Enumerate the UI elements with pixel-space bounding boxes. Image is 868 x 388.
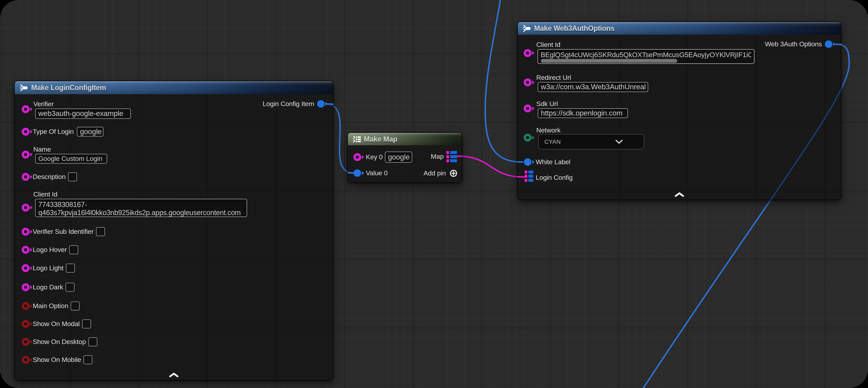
pin-show-on-modal[interactable] xyxy=(22,320,30,328)
pin-label-show-on-desktop: Show On Desktop xyxy=(33,338,86,346)
node-make-web3authoptions[interactable]: Make Web3AuthOptions Web 3Auth Options C… xyxy=(518,22,841,200)
description-checkbox[interactable] xyxy=(68,172,77,181)
pin-logo-hover[interactable] xyxy=(22,246,30,254)
node-header-make-loginconfigitem[interactable]: Make LoginConfigItem xyxy=(15,81,333,94)
client-id-field-scrollbar[interactable] xyxy=(541,59,677,63)
pin-verifier-sub-identifier[interactable] xyxy=(22,228,30,236)
pin-type-of-login[interactable] xyxy=(22,128,30,136)
pin-label-white-label: White Label xyxy=(536,158,570,166)
verifier-sub-identifier-checkbox[interactable] xyxy=(96,227,105,236)
pin-label-verifier-sub-identifier: Verifier Sub Identifier xyxy=(33,228,94,235)
pin-show-on-desktop[interactable] xyxy=(22,338,30,346)
pin-label-logo-light: Logo Light xyxy=(33,265,63,272)
pin-name[interactable] xyxy=(22,151,30,158)
map-pin-icon[interactable] xyxy=(446,151,457,162)
pin-client-id[interactable] xyxy=(22,204,30,212)
pin-client-id[interactable] xyxy=(524,49,532,57)
pin-key-0[interactable] xyxy=(353,153,361,161)
pin-sdk-url[interactable] xyxy=(524,105,532,112)
pin-network[interactable] xyxy=(524,134,532,142)
logo-hover-checkbox[interactable] xyxy=(69,245,78,254)
pin-label-description: Description xyxy=(33,173,66,180)
main-option-checkbox[interactable] xyxy=(70,301,80,310)
pin-label-client-id: Client Id xyxy=(33,191,247,198)
key-0-field[interactable]: google xyxy=(385,152,412,163)
logo-dark-checkbox[interactable] xyxy=(65,283,74,292)
wire-map-to-loginconfig[interactable] xyxy=(458,156,524,177)
pin-label-value-0: Value 0 xyxy=(366,170,388,177)
pin-label-verifier: Verifier xyxy=(33,100,131,108)
pin-label-show-on-modal: Show On Modal xyxy=(33,320,80,327)
verifier-field[interactable]: web3auth-google-example xyxy=(35,109,131,119)
node-title: Make Map xyxy=(364,135,397,143)
client-id-field[interactable]: BEglQSgt4cUWcj6SKRdu5QkOXTsePmMcusG5EAoy… xyxy=(537,49,754,64)
make-struct-icon xyxy=(20,84,28,92)
output-pin-login-config-item[interactable] xyxy=(317,100,324,108)
pin-label-name: Name xyxy=(33,146,107,153)
pin-label-sdk-url: Sdk Url xyxy=(536,100,628,108)
add-pin-icon[interactable] xyxy=(450,170,457,177)
network-dropdown[interactable]: CYAN xyxy=(538,134,644,149)
blueprint-graph-canvas[interactable]: Make LoginConfigItem Login Config Item V… xyxy=(0,0,868,388)
output-label-web3auth-options: Web 3Auth Options xyxy=(765,40,822,48)
pin-main-option[interactable] xyxy=(22,302,30,310)
pin-value-0[interactable] xyxy=(353,169,361,177)
pin-label-client-id: Client Id xyxy=(536,41,754,48)
pin-white-label[interactable] xyxy=(524,158,531,166)
node-header-make-web3authoptions[interactable]: Make Web3AuthOptions xyxy=(518,22,841,35)
node-make-map[interactable]: Make Map Key 0 google Map Value 0 xyxy=(348,133,462,182)
redirect-url-field[interactable]: w3a://com.w3a.Web3AuthUnreal xyxy=(538,82,648,92)
make-struct-icon xyxy=(523,25,531,32)
show-on-mobile-checkbox[interactable] xyxy=(83,355,92,364)
client-id-field[interactable]: 774338308167- q463s7kpvja16l4l0kko3nb925… xyxy=(35,199,247,217)
pin-verifier[interactable] xyxy=(22,105,30,113)
pin-show-on-mobile[interactable] xyxy=(22,356,30,364)
pin-label-show-on-mobile: Show On Mobile xyxy=(33,356,81,363)
node-make-loginconfigitem[interactable]: Make LoginConfigItem Login Config Item V… xyxy=(15,81,333,380)
pin-label-main-option: Main Option xyxy=(33,302,68,309)
node-title: Make LoginConfigItem xyxy=(31,84,106,92)
pin-label-logo-dark: Logo Dark xyxy=(33,284,63,291)
dropdown-chevron-icon xyxy=(615,139,623,144)
name-field[interactable]: Google Custom Login xyxy=(35,154,107,163)
show-on-desktop-checkbox[interactable] xyxy=(88,337,97,347)
node-title: Make Web3AuthOptions xyxy=(534,24,614,33)
sdk-url-field[interactable]: https://sdk.openlogin.com xyxy=(538,108,628,118)
node-header-make-map[interactable]: Make Map xyxy=(348,133,462,145)
collapse-chevron-icon[interactable] xyxy=(169,372,179,378)
logo-light-checkbox[interactable] xyxy=(66,264,75,273)
pin-logo-dark[interactable] xyxy=(22,283,30,291)
pin-label-key-0: Key 0 xyxy=(366,154,382,161)
pin-label-type-of-login: Type Of Login xyxy=(33,128,74,135)
wire-top-to-whitelabel[interactable] xyxy=(485,0,523,162)
pin-redirect-url[interactable] xyxy=(524,79,532,86)
network-dropdown-value: CYAN xyxy=(539,139,561,145)
pin-label-network: Network xyxy=(536,127,561,134)
login-config-map-pin-icon[interactable] xyxy=(525,171,533,182)
pin-label-login-config: Login Config xyxy=(536,174,572,181)
output-label-map: Map xyxy=(431,153,444,160)
pin-label-redirect-url: Redirect Url xyxy=(536,74,648,81)
output-pin-web3auth-options[interactable] xyxy=(825,40,832,48)
add-pin-label: Add pin xyxy=(424,170,446,177)
pin-label-logo-hover: Logo Hover xyxy=(33,246,67,253)
type-of-login-field[interactable]: google xyxy=(77,127,103,137)
show-on-modal-checkbox[interactable] xyxy=(82,319,91,328)
output-label-login-config-item: Login Config Item xyxy=(263,100,314,108)
collapse-chevron-icon[interactable] xyxy=(675,192,684,197)
pin-logo-light[interactable] xyxy=(22,264,30,272)
pin-description[interactable] xyxy=(22,173,30,181)
make-map-icon xyxy=(353,135,361,143)
